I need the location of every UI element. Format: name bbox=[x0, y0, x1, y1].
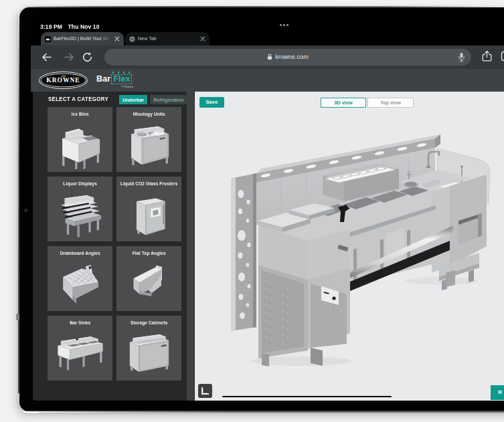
tab-title: BarFlex3D | Build Your De bbox=[54, 35, 112, 41]
bar-sinks-thumb-icon bbox=[54, 328, 106, 378]
barflex-logo[interactable]: Bar Flex ™ Krowne bbox=[96, 74, 132, 84]
design-canvas[interactable]: Save 3D view Top view bbox=[195, 92, 504, 401]
tab-refrigeration[interactable]: Refrigeration bbox=[150, 95, 187, 104]
forward-button-icon[interactable] bbox=[64, 51, 75, 63]
address-url: krowne.com bbox=[275, 54, 309, 60]
status-time: 3:19 PM bbox=[40, 23, 62, 30]
category-card-flat-top-angles[interactable]: Flat Top Angles bbox=[116, 246, 182, 311]
category-card-liquor-displays[interactable]: Liquor Displays bbox=[48, 177, 113, 241]
front-camera-icon bbox=[24, 209, 28, 213]
view-top-button[interactable]: Top view bbox=[367, 98, 414, 108]
sidebar-heading: SELECT A CATEGORY bbox=[48, 96, 108, 102]
category-card-ice-bins[interactable]: Ice Bins bbox=[48, 107, 113, 172]
barflex-logo-flex: Flex bbox=[111, 74, 132, 84]
mixology-units-thumb-icon bbox=[123, 120, 175, 169]
drainboard-angles-thumb-icon bbox=[54, 259, 106, 308]
browser-toolbar: krowne.com bbox=[31, 45, 504, 69]
save-button[interactable]: Save bbox=[199, 97, 224, 108]
request-button[interactable]: R bbox=[491, 385, 504, 400]
card-label: Mixology Units bbox=[118, 112, 180, 116]
category-sidebar: SELECT A CATEGORY Underbar Refrigeration… bbox=[33, 92, 195, 401]
card-label: Storage Cabinets bbox=[118, 320, 180, 325]
category-card-mixology-units[interactable]: Mixology Units bbox=[116, 107, 182, 172]
tab-barflex3d[interactable]: BarFlex3D | Build Your De bbox=[41, 32, 124, 45]
tab-new-tab[interactable]: New Tab bbox=[125, 32, 209, 45]
status-time-date: 3:19 PMThu Nov 10 bbox=[40, 23, 100, 30]
co2-frosters-thumb-icon bbox=[123, 189, 175, 239]
status-date: Thu Nov 10 bbox=[68, 23, 100, 30]
card-label: Flat Top Angles bbox=[118, 251, 180, 255]
card-label: Drainboard Angles bbox=[50, 251, 111, 255]
category-card-bar-sinks[interactable]: Bar Sinks bbox=[48, 316, 113, 381]
browser-tab-strip: BarFlex3D | Build Your De New Tab bbox=[31, 31, 504, 45]
category-card-co2-frosters[interactable]: Liquid CO2 Glass Frosters bbox=[116, 177, 182, 241]
scale-bar bbox=[222, 396, 392, 397]
barflex-logo-ticks-icon bbox=[112, 72, 130, 74]
multitask-indicator-icon[interactable] bbox=[280, 24, 288, 26]
barflex-logo-bar: Bar bbox=[96, 74, 110, 84]
bar-model-render[interactable] bbox=[218, 114, 504, 368]
lock-icon bbox=[267, 54, 272, 60]
ice-bins-thumb-icon bbox=[54, 120, 106, 169]
status-bar: 3:19 PMThu Nov 10 bbox=[31, 13, 504, 31]
barflex-logo-tm: ™ Krowne bbox=[121, 85, 134, 88]
site-header: KROWNE Bar Flex ™ Krowne bbox=[31, 69, 504, 92]
mic-icon[interactable] bbox=[458, 52, 465, 62]
flat-top-angles-thumb-icon bbox=[123, 259, 175, 308]
tab-close-icon[interactable] bbox=[114, 36, 120, 41]
tablet-device: 3:19 PMThu Nov 10 BarFlex3D | Build Your… bbox=[18, 6, 504, 413]
krowne-logo-text: KROWNE bbox=[46, 77, 80, 84]
category-card-storage-cabinets[interactable]: Storage Cabinets bbox=[116, 316, 182, 381]
card-label: Bar Sinks bbox=[50, 320, 111, 325]
tablet-screen: 3:19 PMThu Nov 10 BarFlex3D | Build Your… bbox=[31, 13, 504, 402]
tablet-bezel: 3:19 PMThu Nov 10 BarFlex3D | Build Your… bbox=[19, 7, 504, 411]
globe-favicon-icon bbox=[129, 36, 135, 42]
tab-underbar[interactable]: Underbar bbox=[119, 95, 147, 104]
card-label: Liquid CO2 Glass Frosters bbox=[118, 181, 180, 186]
tab-title: New Tab bbox=[138, 35, 191, 41]
card-label: Ice Bins bbox=[50, 112, 111, 116]
address-bar[interactable]: krowne.com bbox=[104, 49, 471, 66]
back-button-icon[interactable] bbox=[41, 51, 52, 63]
category-card-drainboard-angles[interactable]: Drainboard Angles bbox=[48, 246, 113, 311]
krowne-logo[interactable]: KROWNE bbox=[39, 72, 88, 89]
tab-switcher-icon[interactable] bbox=[501, 51, 504, 62]
ruler-icon bbox=[198, 384, 212, 398]
storage-cabinets-thumb-icon bbox=[123, 328, 175, 378]
liquor-displays-thumb-icon bbox=[54, 189, 106, 239]
sidebar-scrollbar[interactable] bbox=[187, 92, 194, 401]
card-label: Liquor Displays bbox=[50, 181, 111, 186]
share-icon[interactable] bbox=[481, 50, 493, 63]
view-3d-button[interactable]: 3D view bbox=[321, 98, 366, 108]
ruler-tool-button[interactable] bbox=[198, 384, 212, 398]
tablet-rim-highlight bbox=[23, 411, 244, 413]
reload-button-icon[interactable] bbox=[82, 51, 93, 63]
krowne-crown-icon bbox=[62, 75, 66, 78]
crown-favicon-icon bbox=[45, 36, 51, 42]
tab-close-icon[interactable] bbox=[200, 36, 205, 41]
